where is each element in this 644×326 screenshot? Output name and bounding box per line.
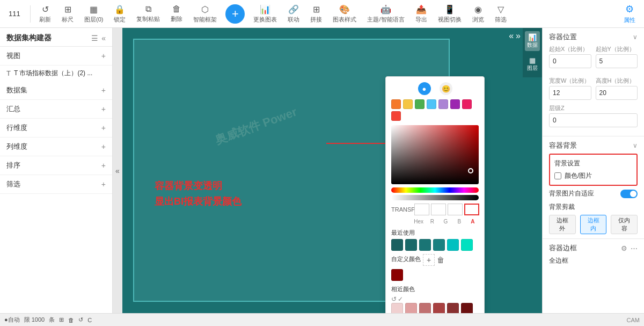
theme-ai-btn[interactable]: 🤖 主题/智能语言 xyxy=(363,3,408,25)
cp-emoji-icon[interactable]: 😊 xyxy=(440,82,452,95)
combine-label: 拼接 xyxy=(310,16,322,24)
text-icon: T xyxy=(6,69,11,77)
border-more-icon[interactable]: ⋯ xyxy=(631,244,638,252)
clip-inside-btn[interactable]: 边框内 xyxy=(580,215,607,234)
swatch-dark-purple[interactable] xyxy=(450,99,460,109)
position-collapse-icon[interactable]: ∨ xyxy=(633,33,638,41)
bg-image-fit-row: 背景图片自适应 xyxy=(549,189,638,198)
combine-btn[interactable]: ⊞ 拼接 xyxy=(306,3,326,25)
property-btn[interactable]: ⚙ 属性 xyxy=(619,2,640,25)
update-chart-btn[interactable]: 📊 更换图表 xyxy=(249,3,281,25)
swatch-pink[interactable] xyxy=(462,99,472,109)
similar-6[interactable] xyxy=(461,303,473,313)
custom-color-1[interactable] xyxy=(391,269,403,281)
export-btn[interactable]: 📤 导出 xyxy=(411,3,431,25)
cp-hue-slider[interactable] xyxy=(391,187,479,193)
filter-btn[interactable]: ▽ 筛选 xyxy=(491,3,511,25)
cp-color-icon[interactable]: ● xyxy=(418,82,431,95)
status-refresh-icon[interactable]: ↺ xyxy=(78,316,83,323)
swatch-red[interactable] xyxy=(391,111,401,121)
sidebar-collapse-btn[interactable]: « xyxy=(113,28,122,313)
dataset-add-btn[interactable]: + xyxy=(101,86,106,95)
view-item[interactable]: T T 市场指标数据（上）(2) ... xyxy=(0,66,112,81)
browse-btn[interactable]: ◉ 浏览 xyxy=(468,3,488,25)
expand-left-icon[interactable]: « xyxy=(509,31,514,41)
smart-frame-btn[interactable]: ⬡ 智能框架 xyxy=(189,3,221,25)
cp-similar-refresh-icon[interactable]: ↺ xyxy=(391,295,397,303)
lock-btn[interactable]: 🔒 锁定 xyxy=(109,3,130,25)
swatch-green[interactable] xyxy=(415,99,425,109)
b-label: B xyxy=(453,219,465,224)
lock-icon: 🔒 xyxy=(114,4,125,15)
swatch-yellow[interactable] xyxy=(403,99,413,109)
cp-r-input[interactable] xyxy=(431,204,446,215)
sort-add-btn[interactable]: + xyxy=(101,161,106,170)
border-settings-icon[interactable]: ⚙ xyxy=(621,244,627,252)
cp-gradient-picker[interactable] xyxy=(391,125,479,184)
recent-1[interactable] xyxy=(391,239,403,251)
similar-5[interactable] xyxy=(447,303,459,313)
level-z-input[interactable] xyxy=(549,113,638,127)
cp-g-input[interactable] xyxy=(448,204,463,215)
cp-gradient-cursor[interactable] xyxy=(468,168,473,173)
layer-panel-btn[interactable]: ▦ 图层 xyxy=(525,54,540,74)
color-image-checkbox[interactable] xyxy=(554,172,561,179)
level-z-field: 层级Z xyxy=(549,104,638,127)
auto-status[interactable]: ●自动 xyxy=(4,316,20,324)
view-add-btn[interactable]: + xyxy=(101,52,106,60)
status-grid-icon[interactable]: ⊞ xyxy=(59,316,64,323)
filter-add-btn[interactable]: + xyxy=(101,180,106,189)
cp-alpha-slider[interactable] xyxy=(391,195,479,200)
col-dim-add-btn[interactable]: + xyxy=(101,142,106,151)
cp-del-custom-btn[interactable]: 🗑 xyxy=(437,256,444,264)
similar-2[interactable] xyxy=(405,303,417,313)
recent-6[interactable] xyxy=(461,239,473,251)
summary-add-btn[interactable]: + xyxy=(101,105,106,113)
chart-style-btn[interactable]: 🎨 图表样式 xyxy=(328,3,361,25)
data-panel-btn[interactable]: 📊 数据 xyxy=(525,31,540,51)
swatch-orange[interactable] xyxy=(391,99,401,109)
add-icon: + xyxy=(232,7,239,21)
cp-similar-check-icon[interactable]: ✓ xyxy=(398,295,403,303)
scale-btn[interactable]: ⊞ 标尺 xyxy=(57,3,78,25)
status-delete-icon[interactable]: 🗑 xyxy=(68,317,74,323)
height-input[interactable] xyxy=(596,86,638,100)
cp-add-custom-btn[interactable]: + xyxy=(423,254,435,266)
swatch-blue[interactable] xyxy=(427,99,436,109)
recent-4[interactable] xyxy=(433,239,445,251)
recent-2[interactable] xyxy=(405,239,417,251)
add-component-btn[interactable]: + xyxy=(225,4,245,24)
cp-transp-input[interactable] xyxy=(414,204,429,215)
view-item-text: T 市场指标数据（上）(2) ... xyxy=(14,69,106,78)
collapse-icon[interactable]: « xyxy=(101,34,106,42)
delete-btn[interactable]: 🗑 删除 xyxy=(166,3,187,24)
clip-outside-btn[interactable]: 边框外 xyxy=(549,215,576,234)
row-dim-add-btn[interactable]: + xyxy=(101,124,106,132)
start-x-input[interactable] xyxy=(549,54,591,68)
link-btn[interactable]: 🔗 联动 xyxy=(283,3,304,25)
recent-5[interactable] xyxy=(447,239,459,251)
similar-3[interactable] xyxy=(419,303,431,313)
copy-paste-btn[interactable]: ⧉ 复制粘贴 xyxy=(132,3,164,24)
similar-4[interactable] xyxy=(433,303,445,313)
start-y-input[interactable] xyxy=(596,54,638,68)
cp-b-input[interactable] xyxy=(464,204,479,215)
status-c-icon[interactable]: C xyxy=(87,317,92,323)
width-input[interactable] xyxy=(549,86,591,100)
layer-btn[interactable]: ▦ 图层(0) xyxy=(80,3,107,25)
refresh-btn[interactable]: ↺ 刷新 xyxy=(35,3,55,25)
bg-collapse-icon[interactable]: ∨ xyxy=(633,142,638,149)
menu-icon[interactable]: ☰ xyxy=(91,34,98,42)
swatch-purple[interactable] xyxy=(438,99,448,109)
bg-image-fit-toggle[interactable] xyxy=(620,190,638,198)
expand-right-icon[interactable]: » xyxy=(516,31,521,41)
canvas-area[interactable]: 奥威软件 Power 容器背景变透明 显出BI报表背景颜色 📊 数据 ▦ 图层 … xyxy=(122,28,542,313)
clip-content-btn[interactable]: 仅内容 xyxy=(611,215,638,234)
view-switch-btn[interactable]: 📱 视图切换 xyxy=(434,3,466,25)
layer-icon: ▦ xyxy=(90,4,98,15)
similar-1[interactable] xyxy=(391,303,403,313)
cp-similar-row: ↺ ✓ xyxy=(391,295,479,303)
cp-input-labels: Hex R G B A xyxy=(391,219,479,224)
export-icon: 📤 xyxy=(416,4,427,15)
recent-3[interactable] xyxy=(419,239,431,251)
